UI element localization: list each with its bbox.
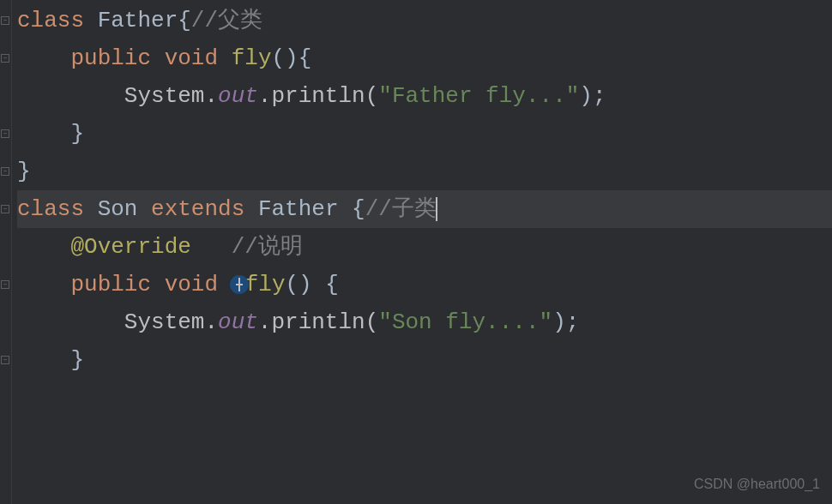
comment: //子类: [365, 190, 437, 228]
brace: {: [178, 2, 191, 39]
brace: }: [70, 115, 84, 153]
code-line[interactable]: @Override //说明: [17, 228, 832, 266]
class-name: Father: [98, 2, 178, 39]
text-cursor: [436, 197, 437, 221]
parens: (){: [272, 39, 312, 77]
fold-icon[interactable]: [0, 39, 10, 77]
punct: );: [552, 303, 579, 341]
keyword: void: [165, 266, 218, 303]
string-literal: "Father fly...": [378, 77, 579, 115]
method-name: fly: [232, 39, 272, 77]
code-line[interactable]: }: [17, 341, 832, 379]
caret-indicator-icon: [230, 275, 249, 294]
code-line[interactable]: }: [17, 115, 832, 153]
code-area[interactable]: class Father{//父类 public void fly(){ Sys…: [12, 0, 832, 504]
fold-gutter: [0, 0, 12, 504]
class-name: Son: [98, 190, 138, 228]
identifier: System.: [124, 303, 218, 341]
keyword: public: [70, 266, 151, 303]
keyword: class: [17, 190, 84, 228]
class-name: Father: [258, 190, 339, 228]
code-line[interactable]: }: [17, 153, 832, 190]
brace: }: [17, 153, 31, 190]
code-editor[interactable]: class Father{//父类 public void fly(){ Sys…: [0, 0, 832, 504]
call: .println(: [258, 77, 378, 115]
watermark: CSDN @heart000_1: [694, 472, 820, 495]
keyword: extends: [151, 190, 244, 228]
fold-icon[interactable]: [0, 115, 10, 153]
fold-icon[interactable]: [0, 266, 10, 303]
code-line[interactable]: System.out.println("Father fly...");: [17, 77, 832, 115]
comment: //父类: [191, 2, 262, 39]
field-name: out: [218, 77, 258, 115]
method-name: ly: [258, 266, 285, 303]
punct: );: [579, 77, 606, 115]
fold-icon[interactable]: [0, 153, 10, 190]
keyword: public: [70, 39, 151, 77]
identifier: System.: [124, 77, 218, 115]
fold-icon[interactable]: [0, 190, 10, 228]
annotation: @Override: [70, 228, 190, 266]
call: .println(: [258, 303, 378, 341]
keyword: void: [165, 39, 218, 77]
field-name: out: [218, 303, 258, 341]
string-literal: "Son fly....": [378, 303, 552, 341]
brace: }: [70, 341, 84, 379]
code-line-active[interactable]: class Son extends Father {//子类: [17, 190, 832, 228]
brace: {: [339, 190, 365, 228]
fold-icon[interactable]: [0, 2, 10, 39]
code-line[interactable]: public void fly() {: [17, 266, 832, 303]
code-line[interactable]: System.out.println("Son fly....");: [17, 303, 832, 341]
comment: //说明: [232, 228, 303, 266]
fold-icon[interactable]: [0, 341, 10, 379]
code-line[interactable]: public void fly(){: [17, 39, 832, 77]
keyword: class: [17, 2, 84, 39]
code-line[interactable]: class Father{//父类: [17, 2, 832, 39]
parens: () {: [286, 266, 339, 303]
